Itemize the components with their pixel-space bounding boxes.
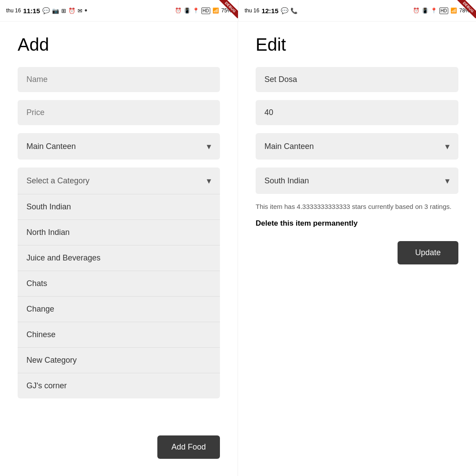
instagram-icon: 📷: [52, 7, 59, 14]
whatsapp-icon-right: 💬: [281, 7, 288, 14]
delete-link[interactable]: Delete this item permanently: [256, 219, 458, 228]
status-bar-left: thu 16 11:15 💬 📷 ⊞ ⏰ ✉ • ⏰ 📳 📍 HD 📶 75%: [0, 0, 238, 21]
grid-icon: ⊞: [61, 7, 66, 14]
category-item-south-indian[interactable]: South Indian: [18, 194, 220, 219]
category-item-chinese[interactable]: Chinese: [18, 322, 220, 347]
edit-panel: Edit Main Canteen ▾ South Indian ▾ This …: [238, 22, 476, 476]
whatsapp-icon: 💬: [42, 7, 50, 14]
canteen-dropdown-edit[interactable]: Main Canteen ▾: [256, 133, 458, 160]
name-input[interactable]: [18, 67, 220, 92]
category-item-juice-beverages[interactable]: Juice and Beverages: [18, 245, 220, 271]
battery-right: 78%: [459, 7, 470, 14]
location-icon-right: 📍: [431, 7, 437, 14]
clock-icon: ⏰: [68, 7, 75, 14]
location-icon-left: 📍: [193, 7, 199, 14]
status-day-right: thu 16: [245, 7, 259, 14]
category-dropdown-edit[interactable]: South Indian ▾: [256, 167, 458, 194]
category-dropdown-label-edit: South Indian: [264, 176, 309, 186]
canteen-dropdown-label-add: Main Canteen: [26, 142, 76, 151]
update-button[interactable]: Update: [398, 241, 458, 264]
category-item-new-category[interactable]: New Category: [18, 347, 220, 373]
signal-icon-right: 📶: [450, 7, 457, 14]
mail-icon: ✉: [78, 7, 82, 14]
category-item-north-indian[interactable]: North Indian: [18, 219, 220, 245]
status-time-left: 11:15: [23, 7, 40, 15]
add-title: Add: [18, 35, 220, 55]
hd-icon-right: HD: [439, 7, 448, 14]
category-dropdown-arrow-edit: ▾: [445, 175, 450, 186]
vibrate-icon-left: 📳: [184, 7, 190, 14]
alarm-icon-left: ⏰: [175, 7, 182, 14]
main-container: Add Main Canteen ▾ Select a Category ▾ S…: [0, 22, 476, 476]
edit-title: Edit: [256, 35, 458, 55]
status-day-left: thu 16: [6, 7, 21, 14]
category-item-gjs-corner[interactable]: GJ's corner: [18, 373, 220, 398]
hd-icon-left: HD: [201, 7, 210, 14]
category-item-chats[interactable]: Chats: [18, 271, 220, 296]
canteen-dropdown-arrow-edit: ▾: [445, 141, 450, 152]
status-time-right: 12:15: [261, 7, 278, 15]
battery-left: 75%: [221, 7, 232, 14]
edit-price-input[interactable]: [256, 100, 458, 125]
canteen-dropdown-label-edit: Main Canteen: [264, 142, 314, 151]
canteen-dropdown-add[interactable]: Main Canteen ▾: [18, 133, 220, 160]
edit-name-input[interactable]: [256, 67, 458, 92]
vibrate-icon-right: 📳: [422, 7, 428, 14]
add-food-button[interactable]: Add Food: [157, 435, 220, 459]
category-dropdown-arrow-add: ▾: [207, 175, 211, 186]
category-dropdown-add[interactable]: Select a Category ▾: [18, 167, 220, 194]
alarm-icon-right: ⏰: [413, 7, 420, 14]
add-panel: Add Main Canteen ▾ Select a Category ▾ S…: [0, 22, 238, 476]
dot-icon: •: [85, 6, 87, 15]
category-item-change[interactable]: Change: [18, 296, 220, 322]
status-bar-container: thu 16 11:15 💬 📷 ⊞ ⏰ ✉ • ⏰ 📳 📍 HD 📶 75% …: [0, 0, 476, 22]
category-list: South Indian North Indian Juice and Beve…: [18, 194, 220, 398]
phone-icon-right: 📞: [290, 7, 298, 14]
canteen-dropdown-arrow-add: ▾: [207, 141, 211, 152]
stars-text: This item has 4.3333333333333 stars curr…: [256, 202, 458, 211]
signal-icon-left: 📶: [212, 7, 219, 14]
price-input[interactable]: [18, 100, 220, 125]
category-dropdown-label-add: Select a Category: [26, 176, 89, 186]
status-bar-right: thu 16 12:15 💬 📞 ⏰ 📳 📍 HD 📶 78%: [238, 0, 476, 21]
